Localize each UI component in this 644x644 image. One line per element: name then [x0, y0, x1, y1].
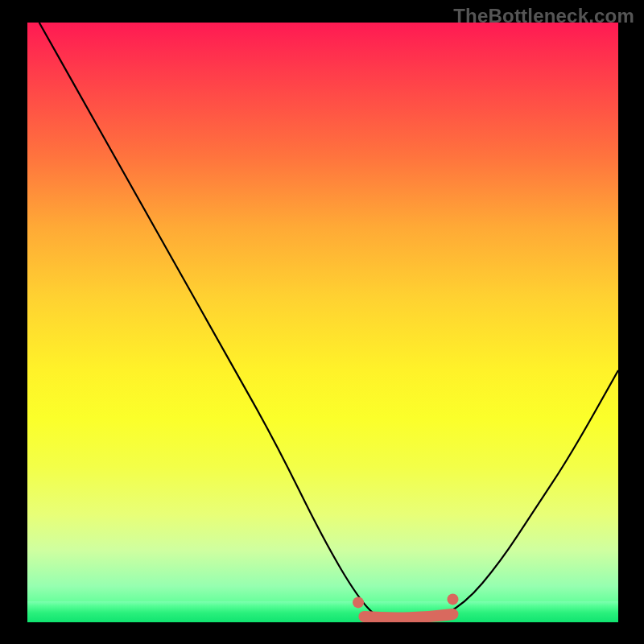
highlight-dot-right [447, 593, 458, 605]
trough-highlight [364, 614, 452, 617]
highlight-svg [27, 23, 618, 622]
highlight-dot-left [353, 597, 364, 608]
chart-plot-area [27, 23, 618, 622]
watermark-text: TheBottleneck.com [453, 5, 634, 27]
